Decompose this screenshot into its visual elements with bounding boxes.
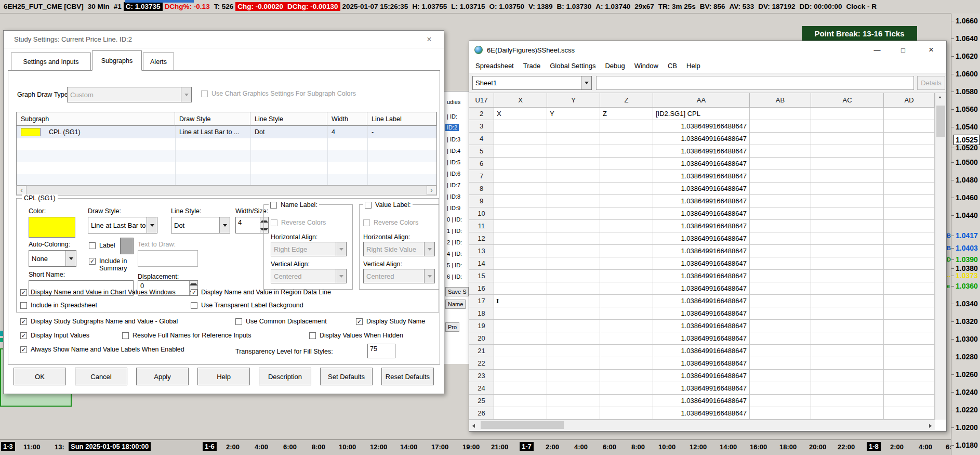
grid-cell[interactable] — [494, 170, 547, 183]
grid-cell[interactable] — [600, 332, 653, 345]
grid-cell[interactable] — [750, 320, 811, 332]
name-reverse-colors-checkbox[interactable]: Reverse Colors — [271, 219, 326, 226]
grid-cell[interactable] — [547, 207, 600, 220]
menu-item-window[interactable]: Window — [634, 62, 658, 70]
grid-cell[interactable] — [750, 332, 811, 345]
grid-cell[interactable] — [811, 183, 884, 195]
grid-cell[interactable] — [750, 282, 811, 295]
grid-cell[interactable] — [750, 120, 811, 133]
grid-cell[interactable] — [750, 382, 811, 395]
grid-cell[interactable] — [600, 407, 653, 420]
grid-cell[interactable] — [811, 307, 884, 320]
value-reverse-colors-checkbox[interactable]: Reverse Colors — [363, 219, 418, 226]
grid-cell[interactable] — [884, 357, 935, 370]
grid-cell[interactable] — [811, 245, 884, 257]
row-number[interactable]: 22 — [469, 357, 494, 370]
grid-cell[interactable] — [811, 295, 884, 307]
grid-cell[interactable] — [600, 170, 653, 183]
menu-item-debug[interactable]: Debug — [605, 62, 625, 70]
grid-cell[interactable]: 1.0386499166488647 — [653, 307, 750, 320]
grid-cell[interactable] — [884, 245, 935, 257]
include-in-spreadsheet-checkbox[interactable]: Include in Spreadsheet — [20, 302, 97, 309]
grid-cell[interactable] — [600, 382, 653, 395]
grid-cell[interactable] — [494, 357, 547, 370]
row-number[interactable]: 5 — [469, 145, 494, 158]
grid-cell[interactable] — [750, 170, 811, 183]
grid-cell[interactable]: 1.0386499166488647 — [653, 295, 750, 307]
display-values-hidden-checkbox[interactable]: Display Values When Hidden — [309, 332, 403, 339]
grid-cell[interactable]: Y — [547, 108, 600, 120]
row-number[interactable]: 19 — [469, 320, 494, 332]
grid-cell[interactable] — [494, 295, 547, 307]
grid-cell[interactable] — [811, 170, 884, 183]
minimize-icon[interactable]: — — [869, 44, 885, 56]
row-number[interactable]: 10 — [469, 207, 494, 220]
grid-cell[interactable] — [884, 407, 935, 420]
row-number[interactable]: 13 — [469, 245, 494, 257]
grid-cell[interactable] — [600, 295, 653, 307]
row-number[interactable]: 8 — [469, 183, 494, 195]
grid-cell[interactable] — [547, 282, 600, 295]
grid-cell[interactable] — [811, 133, 884, 145]
grid-cell[interactable]: 1.0386499166488647 — [653, 257, 750, 270]
grid-cell[interactable] — [494, 158, 547, 170]
subgraph-row-empty[interactable] — [17, 138, 436, 150]
grid-cell[interactable] — [884, 270, 935, 282]
grid-cell[interactable] — [750, 357, 811, 370]
grid-cell[interactable] — [547, 395, 600, 407]
grid-cell[interactable] — [494, 232, 547, 245]
column-header-x[interactable]: X — [494, 93, 547, 108]
grid-cell[interactable] — [811, 320, 884, 332]
grid-cell[interactable] — [600, 270, 653, 282]
auto-coloring-combo[interactable]: None — [29, 250, 76, 267]
grid-cell[interactable] — [750, 195, 811, 207]
grid-cell[interactable] — [750, 270, 811, 282]
row-number[interactable]: 6 — [469, 158, 494, 170]
row-number[interactable]: 2 — [469, 108, 494, 120]
grid-cell[interactable] — [547, 370, 600, 382]
studies-button-fragment[interactable]: Save S — [445, 287, 469, 296]
price-scale[interactable]: 1.06601.06401.06201.06001.05801.05601.05… — [951, 14, 980, 455]
grid-cell[interactable]: 1.0386499166488647 — [653, 183, 750, 195]
value-horizontal-align-combo[interactable]: Right Side Value — [363, 242, 435, 256]
grid-cell[interactable] — [750, 295, 811, 307]
grid-cell[interactable] — [600, 207, 653, 220]
row-number[interactable]: 15 — [469, 270, 494, 282]
grid-cell[interactable] — [494, 395, 547, 407]
grid-cell[interactable] — [600, 232, 653, 245]
grid-cell[interactable] — [494, 332, 547, 345]
scroll-left-icon[interactable]: ‹ — [17, 186, 27, 195]
grid-cell[interactable] — [884, 257, 935, 270]
tab-subgraphs[interactable]: Subgraphs — [92, 50, 142, 71]
grid-cell[interactable] — [750, 395, 811, 407]
grid-cell[interactable] — [547, 232, 600, 245]
row-number[interactable]: 24 — [469, 382, 494, 395]
grid-cell[interactable] — [884, 370, 935, 382]
grid-cell[interactable] — [811, 270, 884, 282]
grid-cell[interactable] — [600, 307, 653, 320]
subgraph-row-empty[interactable] — [17, 150, 436, 162]
grid-cell[interactable] — [547, 158, 600, 170]
grid-cell[interactable] — [750, 133, 811, 145]
spreadsheet-grid[interactable]: U17XYZAAABACAD2XYZ[ID2.SG1] CPL31.038649… — [469, 93, 946, 430]
time-axis[interactable]: 1-311:0013:Sun 2025-01-05 18:00:001-62:0… — [0, 439, 951, 455]
column-header-y[interactable]: Y — [547, 93, 600, 108]
grid-cell[interactable] — [750, 158, 811, 170]
column-header-ad[interactable]: AD — [884, 93, 935, 108]
grid-cell[interactable] — [750, 108, 811, 120]
grid-vscrollbar[interactable] — [935, 93, 946, 420]
display-chart-values-checkbox[interactable]: ✓ Display Name and Value in Chart Values… — [20, 289, 176, 296]
grid-cell[interactable]: Z — [600, 108, 653, 120]
set-defaults-button[interactable]: Set Defaults — [320, 368, 373, 385]
grid-cell[interactable] — [811, 257, 884, 270]
grid-cell[interactable] — [600, 245, 653, 257]
grid-cell[interactable]: 1.0386499166488647 — [653, 220, 750, 232]
grid-cell[interactable] — [884, 120, 935, 133]
cancel-button[interactable]: Cancel — [75, 368, 127, 385]
grid-cell[interactable] — [600, 158, 653, 170]
grid-cell[interactable]: 1.0386499166488647 — [653, 370, 750, 382]
row-number[interactable]: 18 — [469, 307, 494, 320]
grid-cell[interactable] — [600, 133, 653, 145]
grid-cell[interactable]: 1.0386499166488647 — [653, 158, 750, 170]
grid-cell[interactable] — [811, 382, 884, 395]
